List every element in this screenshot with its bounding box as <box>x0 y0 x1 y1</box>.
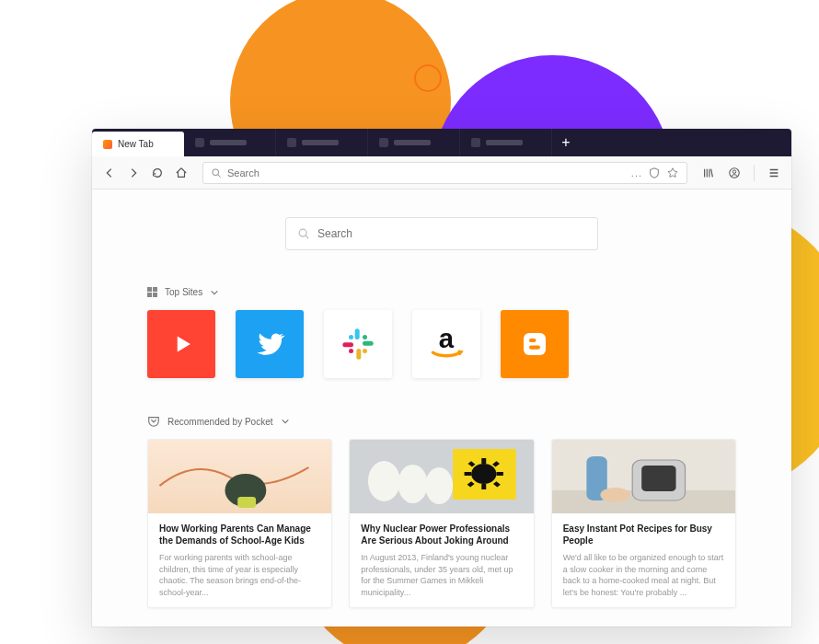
newtab-content: Top Sites <box>92 190 791 627</box>
svg-point-38 <box>368 461 400 501</box>
pocket-card-title: How Working Parents Can Manage the Deman… <box>159 523 320 546</box>
top-sites-header[interactable]: Top Sites <box>147 287 736 297</box>
svg-rect-15 <box>363 341 374 346</box>
svg-rect-16 <box>356 349 361 360</box>
account-button[interactable] <box>724 163 744 183</box>
svg-point-40 <box>426 467 454 504</box>
account-icon <box>728 167 741 179</box>
svg-rect-43 <box>641 466 675 491</box>
reload-icon <box>151 167 164 179</box>
tab-label-placeholder <box>486 140 523 145</box>
library-button[interactable] <box>698 163 719 183</box>
forward-button[interactable] <box>123 163 144 183</box>
page-actions-menu[interactable]: ... <box>631 167 642 178</box>
svg-point-11 <box>299 229 306 236</box>
tab-strip: New Tab + <box>92 129 791 156</box>
pocket-header[interactable]: Recommended by Pocket <box>147 415 736 428</box>
svg-line-5 <box>711 168 713 177</box>
tab-label-placeholder <box>210 140 247 145</box>
top-site-twitter[interactable] <box>236 310 304 378</box>
toolbar: ... <box>92 156 791 190</box>
twitter-icon <box>253 328 286 361</box>
library-icon <box>702 167 715 179</box>
svg-rect-24 <box>529 339 536 342</box>
address-bar[interactable]: ... <box>202 162 687 184</box>
new-tab-button[interactable]: + <box>552 129 580 156</box>
svg-point-45 <box>600 488 629 502</box>
menu-button[interactable] <box>764 163 784 183</box>
svg-point-29 <box>471 464 496 484</box>
pocket-card-thumbnail <box>552 440 735 513</box>
home-button[interactable] <box>171 163 191 183</box>
browser-window: New Tab + ... <box>92 129 791 627</box>
pocket-cards-row: How Working Parents Can Manage the Deman… <box>147 439 736 608</box>
hamburger-icon <box>767 167 780 179</box>
svg-text:a: a <box>439 324 455 353</box>
svg-point-21 <box>349 349 353 353</box>
top-sites-row: a <box>147 310 736 378</box>
pocket-card-2[interactable]: Why Nuclear Power Professionals Are Seri… <box>349 439 534 608</box>
svg-point-20 <box>363 349 367 353</box>
slack-icon <box>340 326 376 362</box>
svg-point-18 <box>349 335 353 339</box>
address-bar-actions: ... <box>631 167 679 179</box>
reload-button[interactable] <box>147 163 167 183</box>
pocket-icon <box>147 415 160 428</box>
svg-point-7 <box>732 169 736 173</box>
search-icon <box>211 167 222 178</box>
youtube-icon <box>166 328 197 360</box>
pocket-label: Recommended by Pocket <box>167 417 273 427</box>
svg-rect-25 <box>529 346 540 350</box>
pocket-card-thumbnail <box>350 440 533 513</box>
pocket-card-3[interactable]: Easy Instant Pot Recipes for Busy People… <box>551 439 736 608</box>
top-site-youtube[interactable] <box>147 310 215 378</box>
svg-point-19 <box>363 335 367 339</box>
pocket-card-excerpt: In August 2013, Finland's young nuclear … <box>361 552 522 598</box>
svg-rect-14 <box>355 328 360 339</box>
tab-label-placeholder <box>394 140 431 145</box>
blogger-icon <box>518 328 551 361</box>
svg-rect-30 <box>482 458 487 464</box>
tab-inactive-2[interactable] <box>276 129 368 156</box>
svg-rect-32 <box>465 472 471 476</box>
arrow-right-icon <box>127 167 140 179</box>
search-icon <box>297 227 310 240</box>
tab-inactive-1[interactable] <box>184 129 276 156</box>
toolbar-divider <box>754 165 755 181</box>
tab-label-placeholder <box>302 140 339 145</box>
svg-rect-33 <box>497 472 503 476</box>
chevron-down-icon <box>281 417 290 426</box>
content-search-box[interactable] <box>285 217 598 250</box>
reader-shield-icon[interactable] <box>648 167 661 179</box>
firefox-icon <box>103 140 112 149</box>
tab-inactive-3[interactable] <box>368 129 460 156</box>
back-button[interactable] <box>99 163 120 183</box>
pocket-card-title: Why Nuclear Power Professionals Are Seri… <box>361 523 522 546</box>
top-site-slack[interactable] <box>324 310 392 378</box>
bookmark-star-icon[interactable] <box>666 167 679 179</box>
svg-rect-31 <box>482 484 487 489</box>
tab-label: New Tab <box>118 139 154 149</box>
tab-favicon-placeholder <box>287 138 296 147</box>
toolbar-right <box>698 163 784 183</box>
tab-favicon-placeholder <box>195 138 204 147</box>
pocket-card-1[interactable]: How Working Parents Can Manage the Deman… <box>147 439 332 608</box>
home-icon <box>175 167 188 179</box>
svg-rect-17 <box>342 342 353 347</box>
chevron-down-icon <box>210 288 219 297</box>
content-search-input[interactable] <box>317 227 586 240</box>
svg-rect-27 <box>237 497 256 508</box>
tab-inactive-4[interactable] <box>460 129 552 156</box>
top-sites-label: Top Sites <box>165 287 202 297</box>
top-site-blogger[interactable] <box>501 310 569 378</box>
svg-rect-23 <box>524 333 546 355</box>
svg-point-39 <box>398 465 428 503</box>
top-site-amazon[interactable]: a <box>412 310 480 378</box>
pocket-card-thumbnail <box>148 440 331 513</box>
tab-active[interactable]: New Tab <box>92 132 184 156</box>
pocket-card-excerpt: For working parents with school-age chil… <box>159 552 320 598</box>
pocket-card-excerpt: We'd all like to be organized enough to … <box>563 552 724 598</box>
address-input[interactable] <box>227 167 626 178</box>
tab-favicon-placeholder <box>471 138 480 147</box>
svg-line-1 <box>218 174 221 177</box>
